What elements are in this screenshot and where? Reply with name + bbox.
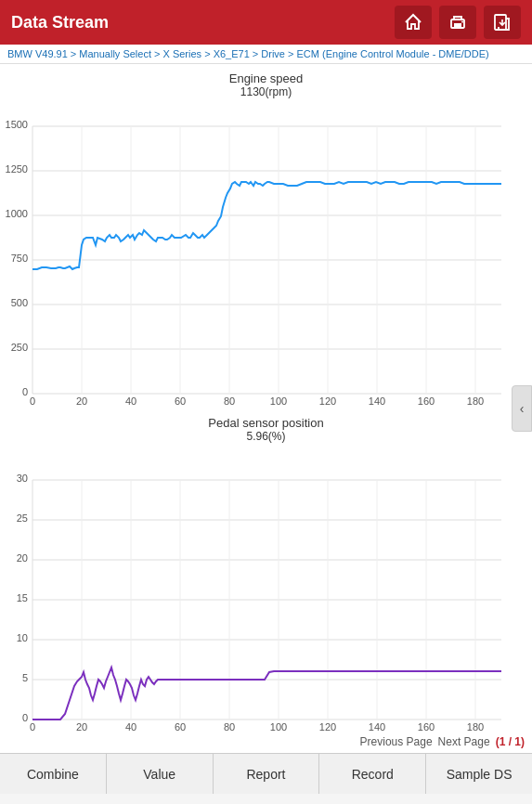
next-page-label[interactable]: Next Page (438, 735, 490, 748)
svg-text:10: 10 (17, 632, 28, 643)
bottom-toolbar: Combine Value Report Record Sample DS (0, 753, 532, 794)
report-button[interactable]: Report (214, 754, 320, 794)
svg-text:80: 80 (224, 721, 235, 733)
chart2-title: Pedal sensor position (0, 416, 532, 430)
svg-text:40: 40 (125, 721, 136, 733)
record-button[interactable]: Record (319, 754, 426, 794)
pedal-sensor-chart: Pedal sensor position 5.96(%) 0 5 10 15 … (0, 408, 532, 733)
svg-text:160: 160 (418, 721, 435, 733)
svg-text:1250: 1250 (6, 163, 28, 175)
svg-text:20: 20 (17, 552, 28, 564)
svg-text:60: 60 (175, 396, 186, 407)
engine-speed-chart: Engine speed 1130(rpm) 0 250 500 750 100… (0, 64, 532, 407)
svg-text:500: 500 (11, 297, 28, 308)
svg-text:40: 40 (125, 396, 136, 407)
svg-point-2 (461, 21, 463, 23)
svg-text:160: 160 (418, 396, 435, 407)
svg-text:1000: 1000 (6, 208, 28, 219)
svg-text:140: 140 (369, 396, 385, 407)
svg-text:25: 25 (17, 512, 28, 524)
svg-text:750: 750 (11, 253, 28, 264)
svg-text:250: 250 (11, 342, 28, 353)
svg-text:0: 0 (30, 721, 35, 733)
svg-text:120: 120 (319, 721, 336, 733)
svg-text:140: 140 (369, 721, 385, 733)
svg-text:120: 120 (319, 396, 336, 407)
engine-speed-svg: 0 250 500 750 1000 1250 1500 (0, 100, 515, 407)
svg-text:180: 180 (467, 721, 484, 733)
svg-text:0: 0 (22, 712, 28, 723)
page-indicator: (1 / 1) (496, 735, 525, 748)
svg-text:20: 20 (76, 721, 87, 733)
svg-text:0: 0 (22, 386, 28, 397)
sample-ds-button[interactable]: Sample DS (426, 754, 532, 794)
app-header: Data Stream (0, 0, 532, 45)
breadcrumb: BMW V49.91 > Manually Select > X Series … (0, 45, 532, 64)
combine-button[interactable]: Combine (0, 754, 107, 794)
export-button[interactable] (484, 6, 521, 39)
chevron-left-icon: ‹ (520, 401, 525, 416)
svg-text:5: 5 (22, 672, 28, 683)
print-button[interactable] (439, 6, 476, 39)
pagination: Previous Page Next Page (1 / 1) (0, 733, 532, 751)
home-button[interactable] (395, 6, 432, 39)
svg-text:1500: 1500 (6, 119, 28, 130)
svg-text:100: 100 (270, 721, 287, 733)
app-title: Data Stream (11, 13, 395, 32)
svg-text:180: 180 (467, 396, 484, 407)
chart1-title: Engine speed (0, 71, 532, 85)
svg-rect-1 (454, 23, 461, 27)
chart2-subtitle: 5.96(%) (0, 430, 532, 443)
value-button[interactable]: Value (107, 754, 214, 794)
collapse-button[interactable]: ‹ (512, 385, 532, 432)
charts-area: Engine speed 1130(rpm) 0 250 500 750 100… (0, 64, 532, 753)
pedal-sensor-svg: 0 5 10 15 20 25 30 (0, 445, 515, 733)
header-actions (395, 6, 521, 39)
svg-text:60: 60 (175, 721, 186, 733)
svg-text:30: 30 (17, 473, 28, 484)
svg-text:0: 0 (30, 396, 35, 407)
chart1-subtitle: 1130(rpm) (0, 85, 532, 98)
svg-text:15: 15 (17, 592, 28, 603)
svg-text:80: 80 (224, 396, 235, 407)
previous-page-label[interactable]: Previous Page (360, 735, 433, 748)
svg-text:100: 100 (270, 396, 287, 407)
svg-text:20: 20 (76, 396, 87, 407)
